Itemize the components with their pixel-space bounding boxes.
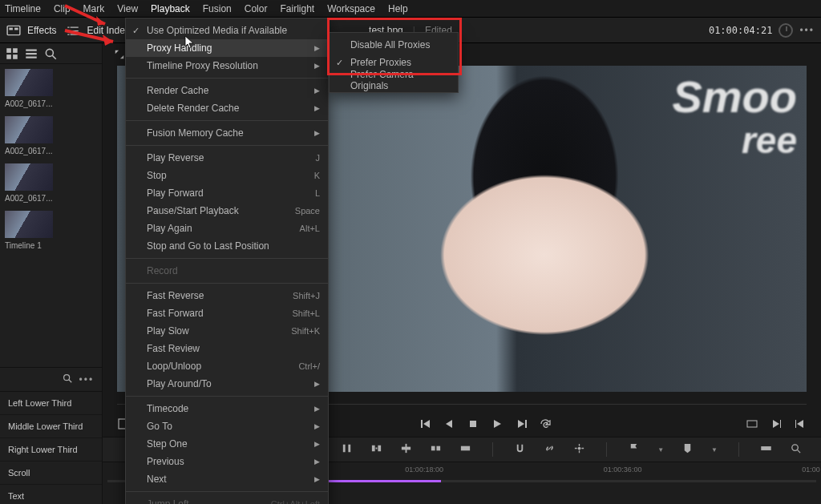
menu-item[interactable]: Timecode▶ xyxy=(126,400,328,417)
menu-item[interactable]: ✓Use Optimized Media if Available xyxy=(126,22,328,39)
menu-item[interactable]: Play SlowShift+K xyxy=(126,322,328,340)
menu-item[interactable]: Play ForwardL xyxy=(126,184,328,202)
menu-item[interactable]: Step One▶ xyxy=(126,435,328,453)
dynamic-trim-icon[interactable] xyxy=(370,442,382,457)
menu-item[interactable]: StopK xyxy=(126,167,328,184)
submenu-item[interactable]: Prefer Camera Originals xyxy=(330,71,458,89)
title-preset-item[interactable]: Middle Lower Third xyxy=(0,415,102,438)
menu-item[interactable]: Render Cache▶ xyxy=(126,82,328,99)
next-edit-icon[interactable] xyxy=(770,417,783,430)
menu-item-label: Loop/Unloop xyxy=(147,361,201,372)
chevron-down-icon[interactable]: ▼ xyxy=(657,446,664,454)
menu-item[interactable]: Go To▶ xyxy=(126,417,328,435)
menu-item-label: Previous xyxy=(147,456,184,467)
marker-icon[interactable] xyxy=(681,442,694,457)
submenu-caret-icon: ▶ xyxy=(314,405,320,413)
menu-color[interactable]: Color xyxy=(245,3,268,14)
menu-item[interactable]: Timeline Proxy Resolution▶ xyxy=(126,57,328,75)
trim-tool-icon[interactable] xyxy=(341,442,353,457)
media-pool-icon[interactable] xyxy=(6,23,21,38)
menu-item[interactable]: Next▶ xyxy=(126,470,328,488)
step-back-icon[interactable] xyxy=(443,417,455,430)
overwrite-tool-icon[interactable] xyxy=(459,442,471,457)
list-view-icon[interactable] xyxy=(24,46,38,61)
viewer-mode-icon[interactable] xyxy=(746,417,758,430)
media-thumb[interactable]: Timeline 1 xyxy=(5,211,53,250)
submenu-item[interactable]: Disable All Proxies xyxy=(330,36,458,54)
svg-line-8 xyxy=(52,55,56,59)
menu-item[interactable]: Loop/UnloopCtrl+/ xyxy=(126,357,328,375)
options-icon[interactable]: ••• xyxy=(799,25,815,36)
loop-duration-icon[interactable] xyxy=(779,23,793,38)
menu-item[interactable]: Previous▶ xyxy=(126,453,328,470)
svg-rect-2 xyxy=(14,27,18,30)
step-forward-icon[interactable] xyxy=(515,417,528,430)
link-icon[interactable] xyxy=(544,442,556,457)
list-icon[interactable] xyxy=(66,23,80,38)
ruler-tick: 01:00 xyxy=(802,466,820,474)
play-icon[interactable] xyxy=(491,417,504,430)
menu-clip[interactable]: Clip xyxy=(54,3,71,14)
media-thumb[interactable]: A002_0617... xyxy=(5,163,53,203)
menu-item[interactable]: Fast ReverseShift+J xyxy=(126,287,328,304)
menu-item[interactable]: Stop and Go to Last Position xyxy=(126,237,328,255)
title-preset-item[interactable]: Text xyxy=(0,485,102,504)
menu-item[interactable]: Play ReverseJ xyxy=(126,149,328,167)
menu-item[interactable]: Play AgainAlt+L xyxy=(126,220,328,237)
menu-fairlight[interactable]: Fairlight xyxy=(280,3,314,14)
check-icon: ✓ xyxy=(132,26,140,36)
menu-shortcut: Ctrl+Alt+Left xyxy=(271,499,320,504)
menu-playback[interactable]: Playback xyxy=(151,3,190,14)
effects-label[interactable]: Effects xyxy=(27,25,56,36)
media-thumb[interactable]: A002_0617... xyxy=(5,116,53,155)
menu-item-label: Stop xyxy=(147,170,167,181)
svg-point-9 xyxy=(63,375,69,381)
menu-item[interactable]: Fast Review xyxy=(126,340,328,357)
zoom-slider-icon[interactable] xyxy=(760,442,772,457)
menu-item-label: Proxy Handling xyxy=(147,42,212,54)
edit-index-label[interactable]: Edit Index xyxy=(87,25,129,36)
stop-icon[interactable] xyxy=(467,417,479,430)
search-icon[interactable] xyxy=(62,373,73,386)
flag-icon[interactable] xyxy=(628,442,640,457)
svg-point-21 xyxy=(578,447,581,450)
menu-workspace[interactable]: Workspace xyxy=(327,3,375,14)
menu-shortcut: Alt+L xyxy=(300,224,320,233)
menu-help[interactable]: Help xyxy=(388,3,408,14)
snap-icon[interactable] xyxy=(514,442,526,457)
thumb-caption: A002_0617... xyxy=(5,147,53,155)
submenu-caret-icon: ▶ xyxy=(314,475,320,483)
menu-item[interactable]: Play Around/To▶ xyxy=(126,375,328,393)
viewer-timecode[interactable]: 01:00:04:21 xyxy=(709,25,772,36)
chevron-down-icon[interactable]: ▼ xyxy=(711,446,718,454)
menu-mark[interactable]: Mark xyxy=(83,3,105,14)
svg-rect-22 xyxy=(762,447,770,450)
menu-item[interactable]: Pause/Start PlaybackSpace xyxy=(126,202,328,220)
menu-view[interactable]: View xyxy=(117,3,138,14)
media-thumb[interactable]: A002_0617... xyxy=(5,69,53,108)
grid-view-icon[interactable] xyxy=(5,46,19,61)
submenu-caret-icon: ▶ xyxy=(314,44,320,52)
menu-item-label: Timeline Proxy Resolution xyxy=(147,60,258,71)
search-icon[interactable] xyxy=(43,46,58,61)
menu-item[interactable]: Fast ForwardShift+L xyxy=(126,304,328,322)
menu-shortcut: J xyxy=(316,153,321,163)
position-lock-icon[interactable] xyxy=(573,442,585,457)
insert-tool-icon[interactable] xyxy=(430,442,442,457)
title-preset-item[interactable]: Scroll xyxy=(0,462,102,485)
options-icon[interactable]: ••• xyxy=(79,374,95,385)
menu-item[interactable]: Fusion Memory Cache▶ xyxy=(126,124,328,142)
menu-item[interactable]: Proxy Handling▶ xyxy=(126,39,328,57)
menu-shortcut: Shift+L xyxy=(292,308,320,318)
prev-edit-icon[interactable] xyxy=(794,417,807,430)
search-icon[interactable] xyxy=(790,442,802,457)
loop-icon[interactable] xyxy=(539,417,552,430)
go-to-start-icon[interactable] xyxy=(419,417,431,430)
blade-tool-icon[interactable] xyxy=(400,442,412,457)
title-preset-item[interactable]: Right Lower Third xyxy=(0,438,102,462)
menubar: TimelineClipMarkViewPlaybackFusionColorF… xyxy=(0,0,821,18)
menu-timeline[interactable]: Timeline xyxy=(5,3,41,14)
title-preset-item[interactable]: Left Lower Third xyxy=(0,392,102,415)
menu-item[interactable]: Delete Render Cache▶ xyxy=(126,99,328,117)
menu-fusion[interactable]: Fusion xyxy=(203,3,232,14)
